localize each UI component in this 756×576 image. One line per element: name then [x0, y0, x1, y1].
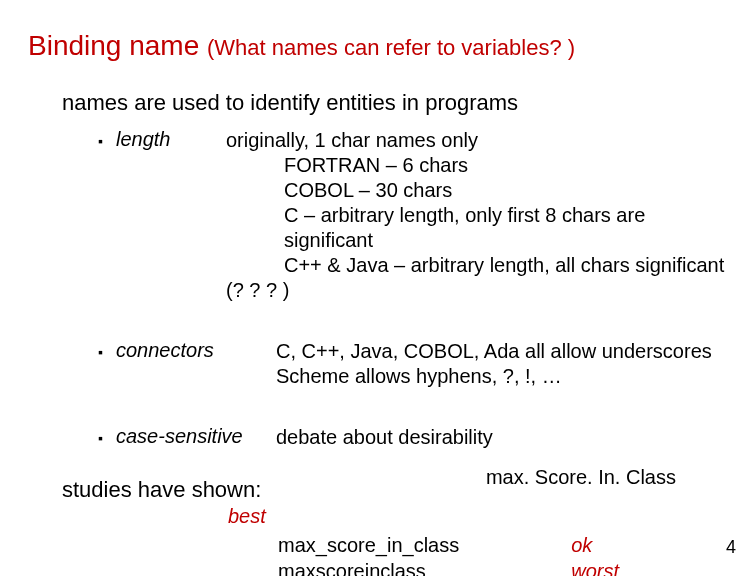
connectors-line-1: Scheme allows hyphens, ?, !, … — [276, 364, 728, 389]
length-line-1: COBOL – 30 chars — [284, 178, 728, 203]
length-qmarks: (? ? ? ) — [226, 278, 728, 303]
bullet-case-sensitive-desc: debate about desirability — [276, 425, 728, 450]
length-line-2: C – arbitrary length, only first 8 chars… — [284, 203, 728, 253]
slide: Binding name (What names can refer to va… — [0, 0, 756, 576]
slide-title: Binding name (What names can refer to va… — [28, 30, 728, 62]
bullet-icon: ▪ — [98, 128, 108, 154]
length-line-0: FORTRAN – 6 chars — [284, 153, 728, 178]
title-sub: (What names can refer to variables? ) — [207, 35, 575, 60]
intro-text: names are used to identify entities in p… — [62, 90, 728, 116]
bullet-connectors-name: connectors — [116, 339, 276, 362]
examples-row: max_score_in_class maxscoreinclass ok wo… — [28, 532, 728, 576]
bullet-case-sensitive-name: case-sensitive — [116, 425, 276, 448]
example-camel: max. Score. In. Class — [486, 466, 676, 489]
length-line-3: C++ & Java – arbitrary length, all chars… — [284, 253, 728, 278]
rating-ok: ok — [571, 532, 619, 558]
bullet-length: ▪ length originally, 1 char names only F… — [98, 128, 728, 303]
example-snake: max_score_in_class — [278, 532, 459, 558]
bullet-icon: ▪ — [98, 425, 108, 451]
bullet-connectors: ▪ connectors C, C++, Java, COBOL, Ada al… — [98, 339, 728, 389]
length-lines: FORTRAN – 6 chars COBOL – 30 chars C – a… — [284, 153, 728, 278]
page-number: 4 — [726, 537, 736, 558]
bullet-connectors-desc: C, C++, Java, COBOL, Ada all allow under… — [276, 339, 728, 389]
bullet-icon: ▪ — [98, 339, 108, 365]
examples-left: max_score_in_class maxscoreinclass — [278, 532, 459, 576]
spacer — [28, 303, 728, 331]
bullet-case-sensitive: ▪ case-sensitive debate about desirabili… — [98, 425, 728, 451]
examples-right: ok worst — [571, 532, 619, 576]
connectors-line-0: C, C++, Java, COBOL, Ada all allow under… — [276, 339, 728, 364]
bullet-length-desc: originally, 1 char names only FORTRAN – … — [226, 128, 728, 303]
rating-worst: worst — [571, 558, 619, 576]
length-lead: originally, 1 char names only — [226, 128, 728, 153]
best-label: best — [228, 505, 728, 528]
bullet-length-name: length — [116, 128, 226, 151]
title-main: Binding name — [28, 30, 199, 61]
spacer — [28, 389, 728, 417]
example-flat: maxscoreinclass — [278, 558, 459, 576]
